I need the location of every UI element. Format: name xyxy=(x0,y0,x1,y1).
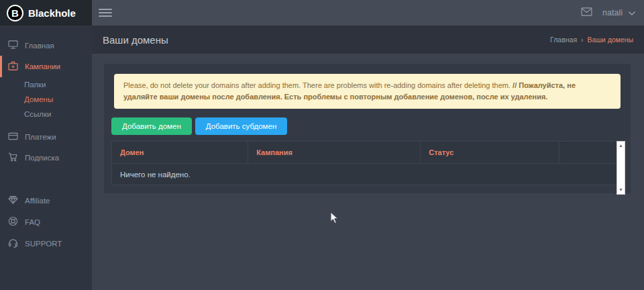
sidebar-item-affiliate[interactable]: Affiliate xyxy=(0,190,92,211)
sidebar-nav: Главная Кампании Папки Домены Ссылки Пла… xyxy=(0,26,92,254)
breadcrumb-separator: › xyxy=(581,36,584,44)
warning-alert: Please, do not delete your domains after… xyxy=(114,74,621,109)
nav-spacer xyxy=(0,122,92,127)
brand-name: Blackhole xyxy=(28,7,76,19)
table-header-campaign[interactable]: Кампания xyxy=(248,142,421,163)
alert-text-en: Please, do not delete your domains after… xyxy=(123,81,513,89)
sidebar-item-folders[interactable]: Папки xyxy=(0,77,92,92)
page-title: Ваши домены xyxy=(103,34,168,46)
sidebar-item-payments[interactable]: Платежи xyxy=(0,127,92,147)
table-empty-row: Ничего не найдено. xyxy=(112,163,627,185)
briefcase-icon xyxy=(8,61,18,72)
breadcrumb: Главная › Ваши домены xyxy=(550,36,633,44)
table-header-status[interactable]: Статус xyxy=(421,142,559,163)
sidebar-item-campaigns[interactable]: Кампании xyxy=(0,56,92,77)
add-domain-button[interactable]: Добавить домен xyxy=(111,117,192,135)
add-subdomain-button[interactable]: Добавить субдомен xyxy=(195,117,287,135)
sidebar-item-faq[interactable]: FAQ xyxy=(0,211,92,233)
chevron-down-icon xyxy=(628,7,636,19)
cart-icon xyxy=(8,152,18,163)
mouse-cursor xyxy=(330,211,339,227)
sidebar-item-links[interactable]: Ссылки xyxy=(0,107,92,122)
table-header-domain[interactable]: Домен xyxy=(112,142,248,163)
brand-logo-icon: B xyxy=(7,5,23,21)
sidebar-item-label: Платежи xyxy=(25,133,56,141)
user-name: natali xyxy=(602,8,623,17)
table-header-row: Домен Кампания Статус xyxy=(112,142,627,163)
domains-table-container: Домен Кампания Статус Ничего не найдено.… xyxy=(111,141,627,195)
scrollbar-down-icon[interactable]: ▼ xyxy=(617,186,625,194)
sidebar-item-label: FAQ xyxy=(25,218,40,226)
sidebar: B Blackhole Главная Кампании Папки Домен… xyxy=(0,0,92,290)
user-menu[interactable]: natali xyxy=(602,7,636,19)
sidebar-item-home[interactable]: Главная xyxy=(0,35,92,56)
topbar: natali xyxy=(92,0,644,26)
domains-panel: Please, do not delete your domains after… xyxy=(104,64,631,193)
sidebar-item-label: Подписка xyxy=(25,154,59,162)
actions-row: Добавить домен Добавить субдомен xyxy=(111,117,623,135)
monitor-icon xyxy=(8,40,18,50)
sidebar-item-label: Кампании xyxy=(25,62,60,70)
diamond-icon xyxy=(8,195,18,205)
sidebar-item-label: Главная xyxy=(25,42,54,50)
table-scrollbar[interactable]: ▲ ▼ xyxy=(616,141,625,195)
sidebar-item-support[interactable]: SUPPORT xyxy=(0,233,92,254)
sidebar-item-label: SUPPORT xyxy=(25,240,62,248)
breadcrumb-home[interactable]: Главная xyxy=(550,36,577,44)
headset-icon xyxy=(8,238,18,249)
credit-card-icon xyxy=(8,132,18,142)
hamburger-menu-icon[interactable] xyxy=(99,7,112,19)
sidebar-item-subscription[interactable]: Подписка xyxy=(0,147,92,168)
page-header: Ваши домены Главная › Ваши домены xyxy=(92,26,644,54)
brand-logo[interactable]: B Blackhole xyxy=(0,0,92,26)
scrollbar-up-icon[interactable]: ▲ xyxy=(617,142,625,150)
nav-spacer xyxy=(0,168,92,190)
sidebar-item-label: Affiliate xyxy=(25,197,50,205)
domains-table: Домен Кампания Статус Ничего не найдено. xyxy=(111,141,627,185)
mail-icon[interactable] xyxy=(581,7,592,19)
breadcrumb-current: Ваши домены xyxy=(588,36,633,44)
sidebar-item-domains[interactable]: Домены xyxy=(0,92,92,107)
lifebuoy-icon xyxy=(8,216,18,228)
